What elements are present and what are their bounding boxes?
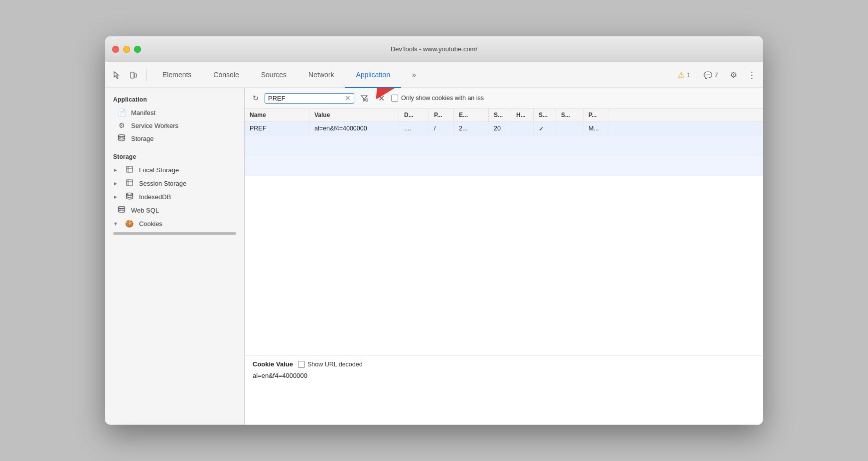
th-name[interactable]: Name bbox=[245, 109, 309, 121]
table-row-empty-1[interactable] bbox=[245, 136, 763, 156]
minimize-button[interactable] bbox=[123, 46, 130, 53]
sidebar-service-workers-label: Service Workers bbox=[131, 122, 178, 129]
cursor-icon[interactable] bbox=[109, 68, 124, 83]
sidebar-item-local-storage[interactable]: ► Local Storage bbox=[105, 163, 244, 177]
search-box: ✕ bbox=[265, 93, 354, 104]
svg-rect-8 bbox=[127, 180, 133, 186]
filter-button[interactable] bbox=[357, 91, 371, 105]
show-url-decoded-label[interactable]: Show URL decoded bbox=[298, 361, 363, 368]
storage-icon bbox=[117, 134, 126, 143]
sidebar-cookies-label: Cookies bbox=[139, 220, 162, 228]
settings-button[interactable]: ⚙ bbox=[726, 68, 741, 83]
th-secure[interactable]: S... bbox=[534, 109, 556, 121]
svg-rect-0 bbox=[131, 72, 134, 78]
th-priority[interactable]: P... bbox=[583, 109, 608, 121]
local-storage-arrow: ► bbox=[113, 167, 118, 173]
more-options-button[interactable]: ⋮ bbox=[744, 68, 759, 83]
tab-network[interactable]: Network bbox=[297, 62, 345, 88]
show-url-decoded-checkbox[interactable] bbox=[298, 361, 305, 368]
maximize-button[interactable] bbox=[134, 46, 141, 53]
th-value[interactable]: Value bbox=[309, 109, 399, 121]
close-button[interactable] bbox=[112, 46, 119, 53]
device-icon[interactable] bbox=[126, 68, 141, 83]
sidebar-item-session-storage[interactable]: ► Session Storage bbox=[105, 177, 244, 190]
td-httponly bbox=[511, 122, 534, 135]
web-sql-icon bbox=[117, 206, 126, 215]
th-domain[interactable]: D... bbox=[399, 109, 429, 121]
toolbar-right: ⚠ 1 💬 7 ⚙ ⋮ bbox=[673, 68, 759, 83]
chat-button[interactable]: 💬 7 bbox=[699, 69, 723, 82]
cookie-toolbar: ↻ ✕ bbox=[245, 88, 763, 109]
indexeddb-arrow: ► bbox=[113, 194, 118, 200]
sidebar: Application 📄 Manifest ⚙ Service Workers bbox=[105, 88, 245, 425]
sidebar-manifest-label: Manifest bbox=[131, 109, 155, 116]
devtools-window: DevTools - www.youtube.com/ Elements Con… bbox=[105, 36, 763, 425]
cookies-arrow: ▼ bbox=[113, 221, 118, 227]
table-row-empty-2[interactable] bbox=[245, 156, 763, 176]
warnings-button[interactable]: ⚠ 1 bbox=[673, 68, 696, 82]
app-section-title: Application bbox=[105, 94, 244, 106]
sidebar-item-indexeddb[interactable]: ► IndexedDB bbox=[105, 190, 244, 204]
toolbar-tabs: Elements Console Sources Network Applica… bbox=[151, 62, 671, 88]
only-issues-filter[interactable]: Only show cookies with an iss bbox=[391, 95, 484, 102]
warning-count: 1 bbox=[687, 71, 691, 79]
th-httponly[interactable]: H... bbox=[511, 109, 534, 121]
sidebar-local-storage-label: Local Storage bbox=[139, 166, 179, 174]
sidebar-storage-label: Storage bbox=[131, 135, 154, 142]
th-samesite[interactable]: S... bbox=[556, 109, 583, 121]
svg-point-11 bbox=[126, 193, 133, 195]
cookies-icon: 🍪 bbox=[125, 220, 134, 228]
window-title: DevTools - www.youtube.com/ bbox=[391, 45, 477, 53]
cookie-value-panel: Cookie Value Show URL decoded al=en&f4=4… bbox=[245, 355, 763, 425]
tab-elements[interactable]: Elements bbox=[151, 62, 202, 88]
td-size: 20 bbox=[489, 122, 511, 135]
sidebar-item-service-workers[interactable]: ⚙ Service Workers bbox=[105, 119, 244, 132]
sidebar-item-web-sql[interactable]: Web SQL bbox=[105, 204, 244, 217]
search-input[interactable] bbox=[268, 95, 343, 102]
sidebar-item-manifest[interactable]: 📄 Manifest bbox=[105, 106, 244, 119]
th-path[interactable]: P... bbox=[429, 109, 454, 121]
tab-application[interactable]: Application bbox=[345, 62, 401, 88]
svg-point-2 bbox=[119, 135, 125, 137]
table-row[interactable]: PREF al=en&f4=4000000 .... / 2... 20 ✓ M… bbox=[245, 122, 763, 136]
tab-console[interactable]: Console bbox=[202, 62, 250, 88]
th-expires[interactable]: E... bbox=[454, 109, 489, 121]
svg-point-14 bbox=[119, 207, 125, 209]
chat-icon: 💬 bbox=[704, 71, 712, 79]
clear-button[interactable]: ✕ bbox=[374, 91, 388, 105]
th-size[interactable]: S... bbox=[489, 109, 511, 121]
cookie-table: Name Value D... P... E... S... H... S...… bbox=[245, 109, 763, 355]
refresh-button[interactable]: ↻ bbox=[250, 92, 262, 104]
more-icon: ⋮ bbox=[747, 70, 756, 81]
tab-sources[interactable]: Sources bbox=[250, 62, 297, 88]
cookie-value-title: Cookie Value bbox=[253, 360, 293, 368]
td-domain: .... bbox=[399, 122, 429, 135]
only-issues-checkbox[interactable] bbox=[391, 95, 398, 102]
sidebar-item-storage[interactable]: Storage bbox=[105, 132, 244, 145]
service-workers-icon: ⚙ bbox=[117, 121, 126, 129]
sidebar-web-sql-label: Web SQL bbox=[131, 207, 159, 214]
only-issues-text: Only show cookies with an iss bbox=[401, 95, 484, 102]
toolbar-separator bbox=[146, 69, 146, 81]
search-clear-button[interactable]: ✕ bbox=[345, 95, 351, 102]
chat-count: 7 bbox=[715, 71, 718, 79]
tab-more[interactable]: » bbox=[401, 62, 427, 88]
manifest-icon: 📄 bbox=[117, 109, 126, 116]
td-name: PREF bbox=[245, 122, 309, 135]
gear-icon: ⚙ bbox=[730, 70, 737, 80]
show-url-decoded-text: Show URL decoded bbox=[307, 361, 363, 368]
main-content: Application 📄 Manifest ⚙ Service Workers bbox=[105, 88, 763, 425]
td-priority: M... bbox=[583, 122, 608, 135]
session-storage-icon bbox=[125, 179, 134, 188]
sidebar-session-storage-label: Session Storage bbox=[139, 180, 186, 187]
sidebar-item-cookies[interactable]: ▼ 🍪 Cookies bbox=[105, 217, 244, 230]
td-samesite bbox=[556, 122, 583, 135]
svg-rect-1 bbox=[135, 74, 137, 77]
svg-rect-5 bbox=[127, 166, 133, 172]
local-storage-icon bbox=[125, 166, 134, 174]
sidebar-scrollbar[interactable] bbox=[113, 232, 236, 235]
traffic-lights bbox=[112, 46, 141, 53]
title-bar: DevTools - www.youtube.com/ bbox=[105, 36, 763, 62]
sidebar-indexeddb-label: IndexedDB bbox=[139, 193, 171, 201]
toolbar: Elements Console Sources Network Applica… bbox=[105, 62, 763, 88]
